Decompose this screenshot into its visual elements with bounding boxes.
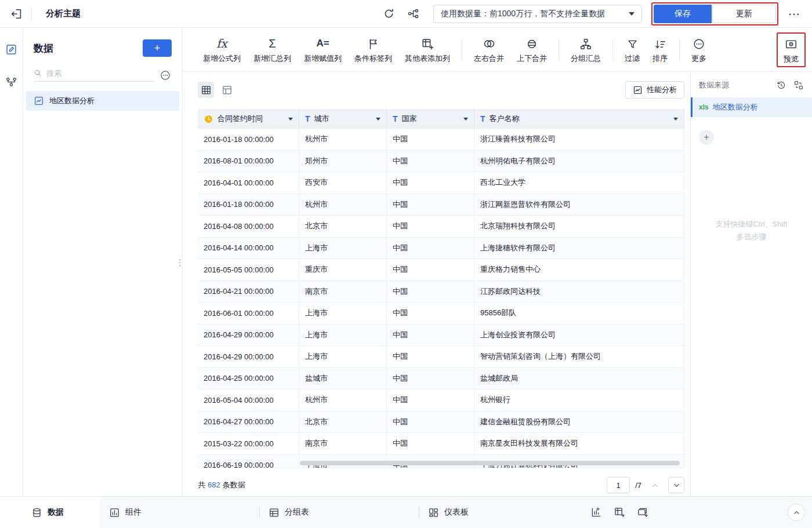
table-row[interactable]: 2016-01-18 00:00:00杭州市中国浙江臻善科技有限公司 xyxy=(198,129,684,151)
data-panel-header: 数据 + xyxy=(23,39,182,57)
tab-component[interactable]: 组件 xyxy=(100,497,259,528)
table-row[interactable]: 2016-04-21 00:00:00南京市中国江苏邮政同达科技 xyxy=(198,281,684,303)
edit-subject-icon[interactable] xyxy=(3,41,20,58)
annotation-highlight-save-update: 保存 更新 xyxy=(651,2,778,26)
tab-data[interactable]: 数据 xyxy=(0,497,100,528)
column-menu-icon[interactable] xyxy=(463,118,468,121)
add-chart-icon[interactable] xyxy=(590,507,602,518)
history-icon[interactable] xyxy=(776,80,786,90)
add-step-button[interactable]: + xyxy=(699,130,714,145)
toolbar-item-other-table-column[interactable]: 其他表添加列 xyxy=(398,35,456,64)
table-row[interactable]: 2016-05-04 00:00:00杭州市中国杭州银行 xyxy=(198,389,684,412)
toolbar-item-summary-column[interactable]: Σ 新增汇总列 xyxy=(247,35,298,64)
toolbar-item-join-lr[interactable]: 左右合并 xyxy=(467,35,510,64)
data-limit-dropdown[interactable]: 使用数据量：前1000万行，暂不支持全量数据 xyxy=(433,5,642,23)
table-row[interactable]: 2016-04-08 00:00:00北京市中国北京瑞翔科技有限公司 xyxy=(198,216,684,238)
table-cell: 郑州市 xyxy=(299,151,387,172)
table-cell: 2016-04-21 00:00:00 xyxy=(198,281,299,303)
content-row: 性能分析 合同签约时间 T 城市 xyxy=(183,72,812,496)
table-row[interactable]: 2016-08-01 00:00:00郑州市中国杭州明佑电子有限公司 xyxy=(198,151,684,173)
table-row[interactable]: 2016-01-18 00:00:00杭州市中国浙江网新恩普软件有限公司 xyxy=(198,194,684,216)
table-row[interactable]: 2016-06-01 00:00:00上海市中国95856部队 xyxy=(198,303,684,325)
toolbar-divider xyxy=(679,39,680,61)
toolbar-item-filter[interactable]: 过滤 xyxy=(618,35,646,64)
etl-flow-icon[interactable] xyxy=(3,73,20,90)
column-header-contract-date[interactable]: 合同签约时间 xyxy=(198,109,299,129)
app-window: 分析主题 使用数据量：前1000万行，暂不支持全量数据 保存 更新 ⋯ xyxy=(0,0,812,528)
page-next-button[interactable] xyxy=(668,477,684,493)
row-count-value: 682 xyxy=(208,480,220,489)
source-step-item[interactable]: xls 地区数据分析 xyxy=(691,97,812,117)
table-row[interactable]: 2016-04-14 00:00:00上海市中国上海捷穗软件有限公司 xyxy=(198,238,684,260)
toolbar-item-formula-column[interactable]: fx 新增公式列 xyxy=(197,35,247,64)
flow-branch-icon[interactable] xyxy=(404,5,422,23)
table-row[interactable]: 2016-04-01 00:00:00西安市中国西北工业大学 xyxy=(198,172,684,194)
toolbar-item-more[interactable]: 更多 xyxy=(685,35,713,64)
table-cell: 2016-04-29 00:00:00 xyxy=(198,346,299,367)
add-table-icon[interactable] xyxy=(614,507,625,518)
performance-icon xyxy=(633,85,643,95)
search-icon xyxy=(34,68,42,78)
view-toggle-row: 性能分析 xyxy=(198,81,684,99)
column-header-customer[interactable]: T 客户名称 xyxy=(474,109,684,129)
layout-switch-icon[interactable] xyxy=(793,80,804,90)
table-row[interactable]: 2015-03-22 00:00:00南京市中国南京星友田科技发展有限公司 xyxy=(198,433,684,455)
refresh-icon[interactable] xyxy=(380,5,397,23)
table-row[interactable]: 2016-04-29 00:00:00上海市中国上海创业投资有限公司 xyxy=(198,325,684,347)
toolbar-item-union-tb[interactable]: 上下合并 xyxy=(510,35,553,64)
add-card-icon[interactable] xyxy=(637,507,648,518)
table-cell: 盐城市 xyxy=(299,368,387,389)
table-plus-icon xyxy=(421,38,434,50)
dataset-item[interactable]: 地区数据分析 xyxy=(26,91,179,111)
save-button[interactable]: 保存 xyxy=(654,5,712,23)
table-cell: 中国 xyxy=(387,389,474,411)
horizontal-scrollbar[interactable] xyxy=(300,461,680,465)
column-menu-icon[interactable] xyxy=(288,118,293,121)
shortcut-hint: 支持快捷键Ctrl、Shift 多选步骤 xyxy=(691,218,812,243)
table-cell: 上海创业投资有限公司 xyxy=(474,325,684,346)
page-number-input[interactable] xyxy=(607,477,630,493)
table-cell: 中国 xyxy=(387,303,474,324)
column-header-country[interactable]: T 国家 xyxy=(387,109,474,129)
dataset-chart-icon xyxy=(34,96,44,106)
search-field[interactable] xyxy=(34,68,154,82)
more-actions-icon[interactable]: ⋯ xyxy=(784,5,804,23)
performance-analysis-button[interactable]: 性能分析 xyxy=(625,81,684,99)
column-menu-icon[interactable] xyxy=(673,118,678,121)
edit-toolbar: fx 新增公式列 Σ 新增汇总列 A= 新增赋值列 条件标签列 其他表添 xyxy=(183,28,812,72)
grid-view-button[interactable] xyxy=(198,82,214,98)
xls-badge: xls xyxy=(699,103,709,111)
table-cell: 建信金融租赁股份有限公司 xyxy=(474,412,684,433)
panel-resize-handle[interactable]: ⋮ xyxy=(176,258,184,267)
column-menu-icon[interactable] xyxy=(376,118,380,121)
header-divider xyxy=(31,8,32,20)
add-data-button[interactable]: + xyxy=(143,39,172,57)
update-button[interactable]: 更新 xyxy=(712,5,776,23)
toolbar-item-condition-tag-column[interactable]: 条件标签列 xyxy=(348,35,398,64)
table-row[interactable]: 2016-04-25 00:00:00盐城市中国盐城邮政局 xyxy=(198,368,684,390)
toolbar-item-assign-column[interactable]: A= 新增赋值列 xyxy=(298,35,348,64)
column-header-city[interactable]: T 城市 xyxy=(299,109,387,129)
toolbar-item-sort[interactable]: 排序 xyxy=(646,35,674,64)
page-prev-button[interactable] xyxy=(647,477,663,493)
tab-dashboard[interactable]: 仪表板 xyxy=(419,497,578,528)
preview-button[interactable]: 预览 xyxy=(782,36,800,64)
search-input[interactable] xyxy=(46,69,154,78)
text-type-icon: T xyxy=(305,114,310,123)
chevron-down-icon xyxy=(672,481,681,490)
table-cell: 西北工业大学 xyxy=(474,172,684,194)
table-row[interactable]: 2016-04-27 00:00:00北京市中国建信金融租赁股份有限公司 xyxy=(198,412,684,434)
table-cell: 2016-01-18 00:00:00 xyxy=(198,194,299,216)
table-cell: 2016-01-18 00:00:00 xyxy=(198,129,299,150)
join-circles-icon xyxy=(483,37,496,50)
table-row[interactable]: 2016-04-29 00:00:00上海市中国智动营销策划咨询（上海）有限公司 xyxy=(198,346,684,368)
table-cell: 南京星友田科技发展有限公司 xyxy=(474,433,684,454)
tab-group-table[interactable]: 分组表 xyxy=(259,497,419,528)
toolbar-item-group-summary[interactable]: 分组汇总 xyxy=(564,35,607,64)
table-view-button[interactable] xyxy=(219,82,235,98)
search-options-icon[interactable] xyxy=(159,69,172,82)
table-row[interactable]: 2016-05-05 00:00:00重庆市中国重庆格力销售中心 xyxy=(198,259,684,281)
exit-icon[interactable] xyxy=(8,5,26,23)
table-cell: 浙江网新恩普软件有限公司 xyxy=(474,194,684,216)
collapse-panel-button[interactable] xyxy=(788,504,805,521)
